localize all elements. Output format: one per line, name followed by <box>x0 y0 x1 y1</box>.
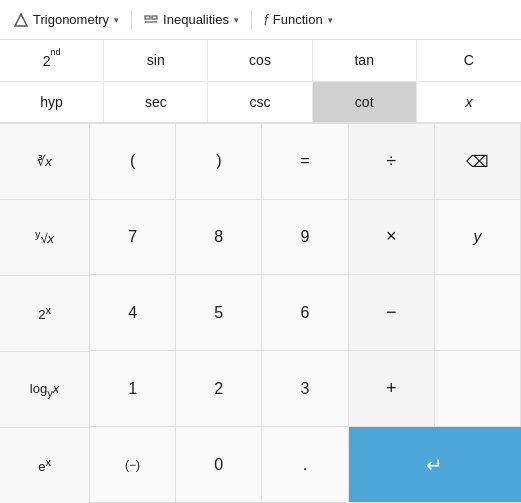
function-label: Function <box>273 12 323 27</box>
btn-enter[interactable]: ↵ <box>349 427 521 503</box>
main-grid: ( ) = ÷ ⌫ 7 8 9 <box>90 124 521 503</box>
calculator: Trigonometry ▾ Inequalities ▾ f Function… <box>0 0 521 503</box>
backspace-icon: ⌫ <box>466 152 489 171</box>
btn-4[interactable]: 4 <box>90 275 176 351</box>
menu-bar: Trigonometry ▾ Inequalities ▾ f Function… <box>0 0 521 40</box>
inequalities-menu[interactable]: Inequalities ▾ <box>134 6 249 33</box>
btn-hyp[interactable]: hyp <box>0 82 104 122</box>
btn-sec[interactable]: sec <box>104 82 208 122</box>
btn-cot[interactable]: cot <box>313 82 417 122</box>
btn-tan[interactable]: tan <box>313 40 417 81</box>
svg-rect-2 <box>152 16 157 19</box>
btn-equals[interactable]: = <box>262 124 348 200</box>
menu-sep-1 <box>131 10 132 30</box>
btn-empty-2 <box>435 351 521 427</box>
btn-cos[interactable]: cos <box>208 40 312 81</box>
log-base-symbol: logyx <box>30 381 59 399</box>
trig-row-2: hyp sec csc cot x <box>0 82 521 122</box>
btn-5[interactable]: 5 <box>176 275 262 351</box>
trigonometry-menu[interactable]: Trigonometry ▾ <box>4 6 129 33</box>
ineq-chevron: ▾ <box>234 15 239 25</box>
btn-2nd[interactable]: 2nd <box>0 40 104 81</box>
btn-0[interactable]: 0 <box>176 427 262 503</box>
menu-sep-2 <box>251 10 252 30</box>
btn-subtract[interactable]: − <box>349 275 435 351</box>
exp-e-symbol: ex <box>38 456 51 474</box>
btn-log-base[interactable]: logyx <box>0 352 89 428</box>
btn-C[interactable]: C <box>417 40 521 81</box>
func-col: ∛x y√x 2x logyx ex <box>0 124 90 503</box>
func-chevron: ▾ <box>328 15 333 25</box>
btn-2[interactable]: 2 <box>176 351 262 427</box>
inequalities-label: Inequalities <box>163 12 229 27</box>
btn-power-2[interactable]: 2x <box>0 276 89 352</box>
btn-csc[interactable]: csc <box>208 82 312 122</box>
calc-body: ∛x y√x 2x logyx ex ( ) <box>0 124 521 503</box>
btn-multiply[interactable]: × <box>349 200 435 276</box>
trig-icon <box>14 13 28 27</box>
btn-negate[interactable]: (−) <box>90 427 176 503</box>
btn-close-paren[interactable]: ) <box>176 124 262 200</box>
btn-6[interactable]: 6 <box>262 275 348 351</box>
btn-sin[interactable]: sin <box>104 40 208 81</box>
btn-exp-e[interactable]: ex <box>0 428 89 503</box>
btn-8[interactable]: 8 <box>176 200 262 276</box>
btn-3[interactable]: 3 <box>262 351 348 427</box>
trig-panel: 2nd sin cos tan C hyp sec csc <box>0 40 521 124</box>
nth-root-symbol: y√x <box>35 228 54 246</box>
trig-chevron: ▾ <box>114 15 119 25</box>
btn-cube-root[interactable]: ∛x <box>0 124 89 200</box>
btn-y-var[interactable]: y <box>435 200 521 276</box>
btn-7[interactable]: 7 <box>90 200 176 276</box>
power-2-symbol: 2x <box>38 304 51 322</box>
btn-1[interactable]: 1 <box>90 351 176 427</box>
btn-divide[interactable]: ÷ <box>349 124 435 200</box>
trigonometry-label: Trigonometry <box>33 12 109 27</box>
btn-add[interactable]: + <box>349 351 435 427</box>
btn-open-paren[interactable]: ( <box>90 124 176 200</box>
btn-nth-root[interactable]: y√x <box>0 200 89 276</box>
btn-decimal[interactable]: . <box>262 427 348 503</box>
cube-root-symbol: ∛x <box>37 154 52 169</box>
trig-row-1: 2nd sin cos tan C <box>0 40 521 82</box>
function-menu[interactable]: f Function ▾ <box>254 6 343 34</box>
btn-backspace[interactable]: ⌫ <box>435 124 521 200</box>
btn-empty-1 <box>435 275 521 351</box>
func-icon: f <box>264 12 268 28</box>
btn-x-var[interactable]: x <box>417 82 521 122</box>
btn-9[interactable]: 9 <box>262 200 348 276</box>
svg-marker-0 <box>15 14 27 26</box>
svg-rect-1 <box>145 16 150 19</box>
ineq-icon <box>144 15 158 25</box>
enter-icon: ↵ <box>426 453 443 477</box>
